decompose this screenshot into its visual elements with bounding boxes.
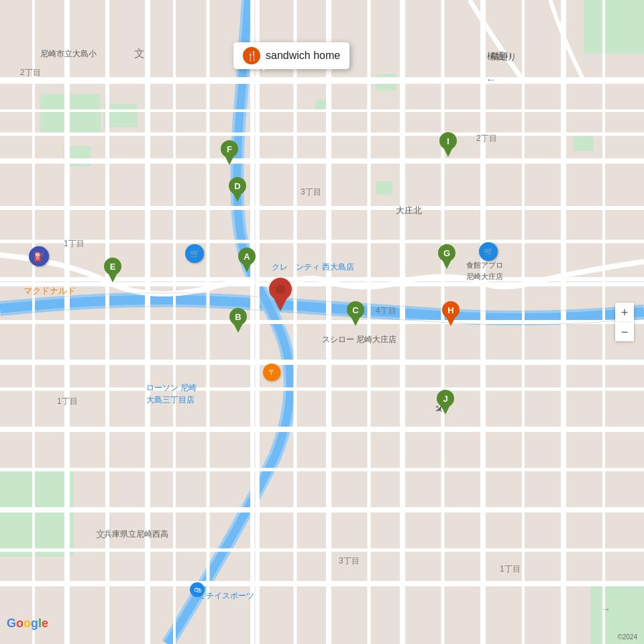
label-high-school: 兵庫県立尼崎西高 xyxy=(104,529,168,540)
svg-text:B: B xyxy=(235,312,241,322)
map-background xyxy=(0,0,644,644)
marker-g[interactable]: G xyxy=(437,244,457,273)
google-e: e xyxy=(42,616,48,630)
svg-marker-45 xyxy=(242,263,252,272)
high-school-icon: 文 xyxy=(96,529,105,541)
svg-text:E: E xyxy=(110,262,116,272)
copyright-text: ©2024 xyxy=(617,633,637,641)
google-o2: o xyxy=(23,616,31,630)
google-g2: g xyxy=(31,616,38,630)
svg-marker-60 xyxy=(225,156,234,165)
gas-station-marker[interactable]: ⛽ xyxy=(29,246,49,266)
google-g: G xyxy=(7,616,16,630)
sandwich-home-label: sandwich home xyxy=(266,50,340,62)
svg-point-76 xyxy=(276,284,285,294)
restaurant-icon: 🍴 xyxy=(243,47,260,64)
chome-3-center: 3丁目 xyxy=(301,186,321,198)
district-oshima-school: 尼崎市立大島小 xyxy=(40,48,97,60)
label-mcdonalds: マクドナルド xyxy=(23,285,76,297)
marker-h[interactable]: H xyxy=(441,301,461,330)
marker-a[interactable]: A xyxy=(237,247,257,276)
sandwich-home-tooltip[interactable]: 🍴 sandwich home xyxy=(233,42,350,69)
cart-marker-east[interactable]: 🛒 xyxy=(479,242,498,261)
shopping-icon-sports[interactable]: 🛍 xyxy=(190,582,205,597)
svg-text:I: I xyxy=(447,136,449,146)
svg-marker-57 xyxy=(108,273,117,282)
svg-marker-66 xyxy=(446,317,455,326)
map-container[interactable]: 橘通り 尼崎市立大島小 文 大庄北 マクドナルド 兵庫県立尼崎西高 文 2丁目 … xyxy=(0,0,644,644)
marker-c[interactable]: C xyxy=(345,301,366,330)
marker-e[interactable]: E xyxy=(103,257,123,286)
google-logo: Google xyxy=(7,616,48,631)
chome-2-ne: 2丁目 xyxy=(476,133,497,144)
svg-text:H: H xyxy=(447,305,453,315)
arrow-left: ← xyxy=(486,74,496,86)
district-daisho-kita: 大庄北 xyxy=(396,205,422,217)
tooltip-arrow xyxy=(258,65,269,70)
svg-marker-48 xyxy=(233,323,243,333)
svg-rect-1 xyxy=(40,94,101,134)
svg-rect-5 xyxy=(584,0,644,54)
svg-text:F: F xyxy=(227,144,232,154)
svg-marker-75 xyxy=(274,298,287,311)
marker-i[interactable]: I xyxy=(438,131,458,161)
marker-d[interactable]: D xyxy=(227,176,248,206)
svg-marker-54 xyxy=(233,193,242,202)
chome-1-se: 1丁目 xyxy=(500,564,521,575)
chome-4-e: 4丁目 xyxy=(376,305,396,317)
zoom-out-button[interactable]: − xyxy=(615,323,634,341)
arrow-right-bottom: → xyxy=(601,604,610,614)
svg-marker-69 xyxy=(443,148,453,157)
chome-1-sw: 1丁目 xyxy=(57,396,78,407)
svg-text:G: G xyxy=(443,248,450,258)
svg-text:A: A xyxy=(244,252,250,262)
zoom-in-button[interactable]: + xyxy=(615,303,634,322)
post-office-marker[interactable]: 〒 xyxy=(263,364,280,381)
svg-text:D: D xyxy=(234,181,240,191)
svg-text:J: J xyxy=(443,394,447,404)
svg-rect-7 xyxy=(574,134,594,151)
chome-1-w: 1丁目 xyxy=(64,238,85,250)
svg-text:C: C xyxy=(352,305,359,315)
svg-marker-51 xyxy=(351,317,360,326)
cart-marker-west[interactable]: 🛒 xyxy=(185,244,204,263)
svg-marker-63 xyxy=(442,260,451,269)
google-o1: o xyxy=(16,616,23,630)
chome-2-nw: 2丁目 xyxy=(20,67,41,78)
svg-rect-9 xyxy=(376,181,392,195)
zoom-controls: + − xyxy=(615,303,634,341)
marker-b[interactable]: B xyxy=(228,307,248,337)
marker-f[interactable]: F xyxy=(219,140,239,169)
school-icon: 文 xyxy=(134,47,145,61)
svg-rect-4 xyxy=(0,470,74,557)
chome-3-s: 3丁目 xyxy=(339,555,360,567)
marker-selected[interactable] xyxy=(267,276,294,314)
